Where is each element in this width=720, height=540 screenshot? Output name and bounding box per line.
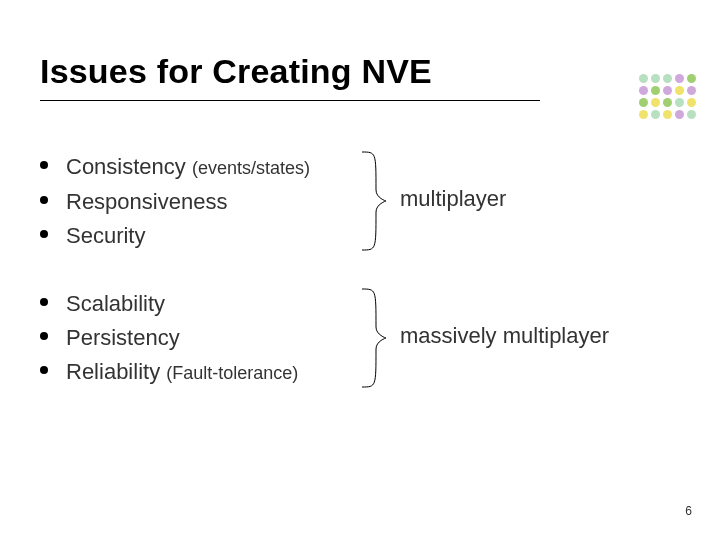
item-qualifier: (Fault-tolerance) xyxy=(166,356,298,390)
item-qualifier: (events/states) xyxy=(192,151,310,185)
brace-icon xyxy=(360,150,388,252)
decorative-dots xyxy=(639,74,696,119)
item-text: Security xyxy=(66,219,145,253)
group-1: Consistency (events/states) Responsivene… xyxy=(40,150,680,253)
item-text: Consistency xyxy=(66,150,192,184)
brace-icon xyxy=(360,287,388,389)
bullet-icon xyxy=(40,161,48,169)
item-text: Scalability xyxy=(66,287,165,321)
title-underline xyxy=(40,100,540,101)
bullet-icon xyxy=(40,230,48,238)
slide-body: Consistency (events/states) Responsivene… xyxy=(40,150,680,424)
slide: Issues for Creating NVE Consistency (eve… xyxy=(0,0,720,540)
group-2: Scalability Persistency Reliability (Fau… xyxy=(40,287,680,390)
bullet-icon xyxy=(40,196,48,204)
item-text: Reliability xyxy=(66,355,166,389)
item-text: Persistency xyxy=(66,321,180,355)
bullet-icon xyxy=(40,366,48,374)
group-label: massively multiplayer xyxy=(400,323,609,349)
slide-title: Issues for Creating NVE xyxy=(40,52,432,91)
bullet-icon xyxy=(40,332,48,340)
bullet-icon xyxy=(40,298,48,306)
page-number: 6 xyxy=(685,504,692,518)
item-text: Responsiveness xyxy=(66,185,227,219)
group-label: multiplayer xyxy=(400,186,506,212)
